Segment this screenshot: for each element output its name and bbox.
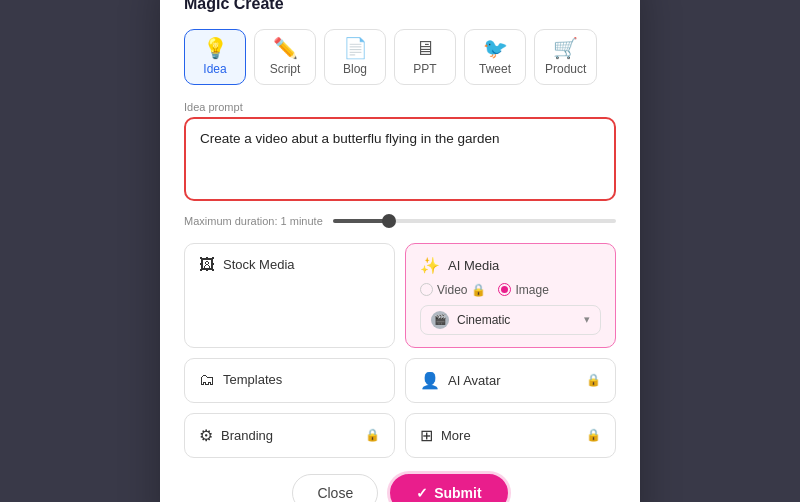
tab-product[interactable]: 🛒 Product	[534, 29, 597, 85]
tab-product-label: Product	[545, 62, 586, 76]
modal-title: Magic Create	[184, 0, 616, 13]
idea-icon: 💡	[203, 38, 228, 58]
tab-idea-label: Idea	[203, 62, 226, 76]
stock-media-card[interactable]: 🖼 Stock Media	[184, 243, 395, 348]
submit-button[interactable]: ✓ Submit	[390, 474, 507, 503]
tab-ppt[interactable]: 🖥 PPT	[394, 29, 456, 85]
style-dropdown[interactable]: 🎬 Cinematic ▾	[420, 305, 601, 335]
submit-label: Submit	[434, 485, 481, 501]
more-icon: ⊞	[420, 426, 433, 445]
prompt-input[interactable]: Create a video abut a butterflu flying i…	[188, 121, 612, 193]
ai-avatar-card[interactable]: 👤 AI Avatar 🔒	[405, 358, 616, 403]
options-grid: 🖼 Stock Media ✨ AI Media Video 🔒	[184, 243, 616, 458]
templates-label: Templates	[223, 372, 282, 387]
image-radio-dot	[501, 286, 508, 293]
branding-lock-icon: 🔒	[365, 428, 380, 442]
blog-icon: 📄	[343, 38, 368, 58]
dropdown-chevron: ▾	[584, 313, 590, 326]
submit-check-icon: ✓	[416, 485, 428, 501]
image-option[interactable]: Image	[498, 283, 548, 297]
style-avatar: 🎬	[431, 311, 449, 329]
ai-media-label: AI Media	[448, 258, 499, 273]
ai-avatar-lock-icon: 🔒	[586, 373, 601, 387]
stock-media-icon: 🖼	[199, 256, 215, 274]
script-icon: ✏️	[273, 38, 298, 58]
tab-script[interactable]: ✏️ Script	[254, 29, 316, 85]
tab-tweet-label: Tweet	[479, 62, 511, 76]
modal-footer: Close ✓ Submit	[184, 474, 616, 503]
prompt-label: Idea prompt	[184, 101, 616, 113]
duration-row: Maximum duration: 1 minute	[184, 215, 616, 227]
ai-media-options: Video 🔒 Image 🎬 Cinematic ▾	[420, 283, 601, 335]
templates-card[interactable]: 🗂 Templates	[184, 358, 395, 403]
media-type-row: Video 🔒 Image	[420, 283, 601, 297]
duration-slider-track[interactable]	[333, 219, 616, 223]
video-option[interactable]: Video 🔒	[420, 283, 486, 297]
tab-ppt-label: PPT	[413, 62, 436, 76]
more-label: More	[441, 428, 471, 443]
ai-media-card[interactable]: ✨ AI Media Video 🔒 Image	[405, 243, 616, 348]
duration-label: Maximum duration: 1 minute	[184, 215, 323, 227]
product-icon: 🛒	[553, 38, 578, 58]
slider-thumb	[382, 214, 396, 228]
style-label: Cinematic	[457, 313, 510, 327]
prompt-wrapper: Create a video abut a butterflu flying i…	[184, 117, 616, 201]
video-radio	[420, 283, 433, 296]
ai-media-icon: ✨	[420, 256, 440, 275]
tab-blog-label: Blog	[343, 62, 367, 76]
tweet-icon: 🐦	[483, 38, 508, 58]
image-radio	[498, 283, 511, 296]
stock-media-label: Stock Media	[223, 257, 295, 272]
video-label: Video	[437, 283, 467, 297]
branding-icon: ⚙	[199, 426, 213, 445]
slider-fill	[333, 219, 390, 223]
ppt-icon: 🖥	[415, 38, 435, 58]
ai-avatar-icon: 👤	[420, 371, 440, 390]
tab-tweet[interactable]: 🐦 Tweet	[464, 29, 526, 85]
image-label: Image	[515, 283, 548, 297]
magic-create-modal: Magic Create 💡 Idea ✏️ Script 📄 Blog 🖥 P…	[160, 0, 640, 502]
tab-blog[interactable]: 📄 Blog	[324, 29, 386, 85]
tabs-row: 💡 Idea ✏️ Script 📄 Blog 🖥 PPT 🐦 Tweet 🛒 …	[184, 29, 616, 85]
branding-card[interactable]: ⚙ Branding 🔒	[184, 413, 395, 458]
branding-label: Branding	[221, 428, 273, 443]
more-lock-icon: 🔒	[586, 428, 601, 442]
ai-avatar-label: AI Avatar	[448, 373, 501, 388]
tab-idea[interactable]: 💡 Idea	[184, 29, 246, 85]
close-button[interactable]: Close	[292, 474, 378, 503]
video-lock-icon: 🔒	[471, 283, 486, 297]
templates-icon: 🗂	[199, 371, 215, 389]
more-card[interactable]: ⊞ More 🔒	[405, 413, 616, 458]
tab-script-label: Script	[270, 62, 301, 76]
